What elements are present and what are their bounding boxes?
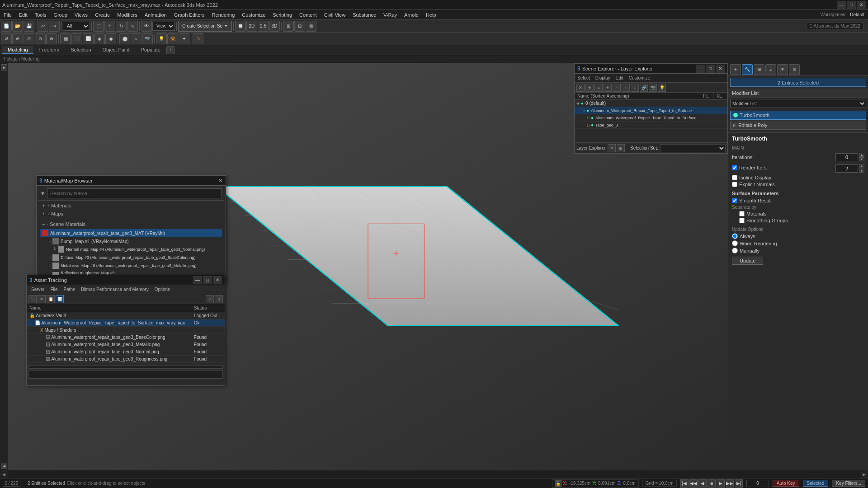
- menu-tools[interactable]: Tools: [31, 11, 50, 19]
- tb2-btn4[interactable]: ⊙: [35, 33, 46, 44]
- tb2-light3[interactable]: ✦: [179, 33, 189, 44]
- tb2-btn9[interactable]: ◈: [94, 33, 105, 44]
- align-button[interactable]: ⊞: [283, 21, 294, 32]
- mat-item-3[interactable]: ├ Diffuse: Map #3 (Aluminum_waterproof_r…: [40, 253, 222, 262]
- at-row-rough[interactable]: 🖼 Aluminum_waterproof_repair_tape_geo3_R…: [27, 356, 225, 363]
- menu-views[interactable]: Views: [71, 11, 91, 19]
- menu-civil-view[interactable]: Civil View: [321, 11, 349, 19]
- se-menu-display[interactable]: Display: [593, 75, 613, 81]
- ls-btn1[interactable]: ▶: [1, 64, 7, 70]
- menu-modifiers[interactable]: Modifiers: [113, 11, 141, 19]
- smoothing-groups-checkbox[interactable]: [739, 218, 745, 223]
- isoline-checkbox[interactable]: [732, 175, 737, 180]
- se-camera-btn[interactable]: 📷: [649, 84, 657, 92]
- menu-help[interactable]: Help: [422, 11, 440, 19]
- selection-filter[interactable]: All: [63, 22, 90, 31]
- tb2-warn[interactable]: ⚠: [193, 33, 203, 44]
- at-menu-server[interactable]: Server: [28, 286, 47, 293]
- rp-create-btn[interactable]: +: [730, 64, 741, 75]
- timeline-right-btn[interactable]: ▶: [860, 470, 868, 478]
- iterations-down[interactable]: ▼: [859, 157, 864, 161]
- at-row-basecolor[interactable]: 🖼 Aluminum_waterproof_repair_tape_geo3_B…: [27, 334, 225, 341]
- tb2-btn3[interactable]: ⊘: [24, 33, 34, 44]
- coord-lock-btn[interactable]: 🔒: [555, 480, 561, 487]
- se-menu-select[interactable]: Select: [575, 75, 593, 81]
- rotate-button[interactable]: ↻: [116, 21, 127, 32]
- se-maximize[interactable]: □: [706, 65, 715, 73]
- pb-play[interactable]: ▶: [717, 479, 725, 488]
- menu-animation[interactable]: Animation: [141, 11, 170, 19]
- menu-graph-editors[interactable]: Graph Editors: [170, 11, 208, 19]
- at-col-name[interactable]: Name: [27, 304, 191, 312]
- se-row-1[interactable]: ▷ ● Aluminum_Waterproof_Repair_Tape_Tape…: [575, 107, 727, 114]
- tb2-btn7[interactable]: ⬛: [71, 33, 82, 44]
- se-filter-btn[interactable]: ▼: [585, 84, 594, 92]
- at-minimize[interactable]: —: [193, 276, 202, 284]
- at-row-vault[interactable]: 🔒 Autodesk Vault Logged Out...: [27, 312, 225, 319]
- save-button[interactable]: 💾: [24, 21, 34, 32]
- se-foot-btn2[interactable]: ⊞: [617, 144, 625, 152]
- se-add-btn[interactable]: +: [604, 84, 612, 92]
- materials-checkbox[interactable]: [739, 211, 745, 216]
- se-menu-customize[interactable]: Customize: [626, 75, 653, 81]
- menu-edit[interactable]: Edit: [15, 11, 31, 19]
- pb-play-back[interactable]: ◀: [698, 479, 707, 488]
- tb2-btn8[interactable]: ⬜: [83, 33, 94, 44]
- at-tb4[interactable]: 📊: [56, 295, 64, 303]
- se-row-0[interactable]: ◈ ● 0 (default): [575, 100, 727, 107]
- menu-file[interactable]: File: [0, 11, 15, 19]
- modifier-editable-poly[interactable]: ▷ Editable Poly: [730, 121, 866, 130]
- tb2-btn10[interactable]: ◉: [105, 33, 116, 44]
- minimize-button[interactable]: —: [837, 1, 846, 9]
- menu-create[interactable]: Create: [91, 11, 113, 19]
- se-menu-edit[interactable]: Edit: [613, 75, 626, 81]
- mat-section-materials[interactable]: + + Materials: [38, 202, 224, 210]
- mat-browser-close[interactable]: ✕: [218, 178, 223, 184]
- menu-vray[interactable]: V-Ray: [380, 11, 401, 19]
- frame-input[interactable]: [746, 480, 769, 487]
- view-select[interactable]: View: [152, 22, 175, 31]
- menu-customize[interactable]: Customize: [238, 11, 269, 19]
- tab-modeling[interactable]: Modeling: [2, 46, 33, 54]
- render-iters-down[interactable]: ▼: [859, 169, 864, 173]
- se-minimize[interactable]: —: [696, 65, 705, 73]
- tab-object-paint[interactable]: Object Paint: [97, 46, 135, 54]
- at-tb2[interactable]: ≡: [38, 295, 46, 303]
- menu-substance[interactable]: Substance: [349, 11, 380, 19]
- tb2-light2[interactable]: 🔆: [167, 33, 178, 44]
- menu-arnold[interactable]: Arnold: [401, 11, 422, 19]
- mat-section-maps[interactable]: + + Maps: [38, 210, 224, 218]
- at-path-input[interactable]: [28, 371, 223, 379]
- mode-more-button[interactable]: +: [166, 46, 175, 54]
- tab-selection[interactable]: Selection: [65, 46, 96, 54]
- snap2d-button[interactable]: 2D: [246, 21, 257, 32]
- render-iters-checkbox[interactable]: [732, 165, 737, 170]
- at-menu-options[interactable]: Options: [152, 286, 173, 293]
- ls-btn2[interactable]: ◀: [1, 463, 7, 469]
- at-row-maps[interactable]: X Maps / Shaders: [27, 327, 225, 334]
- timeline-left-btn[interactable]: ◀: [0, 470, 8, 478]
- at-maximize[interactable]: □: [203, 276, 212, 284]
- mat-item-4[interactable]: ├ Metalness: Map #6 (Aluminum_waterproof…: [40, 262, 222, 270]
- iterations-input[interactable]: [835, 153, 858, 161]
- menu-scripting[interactable]: Scripting: [269, 11, 296, 19]
- always-radio[interactable]: [732, 233, 738, 239]
- mat-item-1[interactable]: ├ Bump: Map #1 (VRayNormalMap): [40, 237, 222, 245]
- modifier-turbosmooth[interactable]: TurboSmooth: [730, 111, 866, 120]
- key-filters-button[interactable]: Key Filters...: [832, 480, 865, 487]
- maximize-button[interactable]: □: [847, 1, 856, 9]
- menu-content[interactable]: Content: [296, 11, 321, 19]
- selection-set-dropdown[interactable]: [660, 144, 726, 152]
- rp-modify-btn[interactable]: 🔧: [742, 64, 753, 75]
- snap3d-button[interactable]: 3D: [269, 21, 280, 32]
- at-row-file[interactable]: 📄 Aluminum_Waterproof_Repair_Tape_Taped_…: [27, 319, 225, 327]
- se-row-2[interactable]: □ ● Aluminum_Waterproof_Repair_Tape_Tape…: [575, 114, 727, 122]
- pb-prev-frame[interactable]: ◀◀: [689, 479, 698, 488]
- tb2-light[interactable]: 💡: [156, 33, 167, 44]
- at-menu-file[interactable]: File: [47, 286, 60, 293]
- mat-item-2[interactable]: └ Normal map: Map #4 (Aluminum_waterproo…: [40, 245, 222, 253]
- tb2-btn1[interactable]: ↺: [1, 33, 12, 44]
- create-selection-button[interactable]: Create Selection Se ▼: [178, 21, 232, 32]
- render-iters-input[interactable]: [835, 164, 858, 173]
- tb2-sphere[interactable]: ⬤: [119, 33, 130, 44]
